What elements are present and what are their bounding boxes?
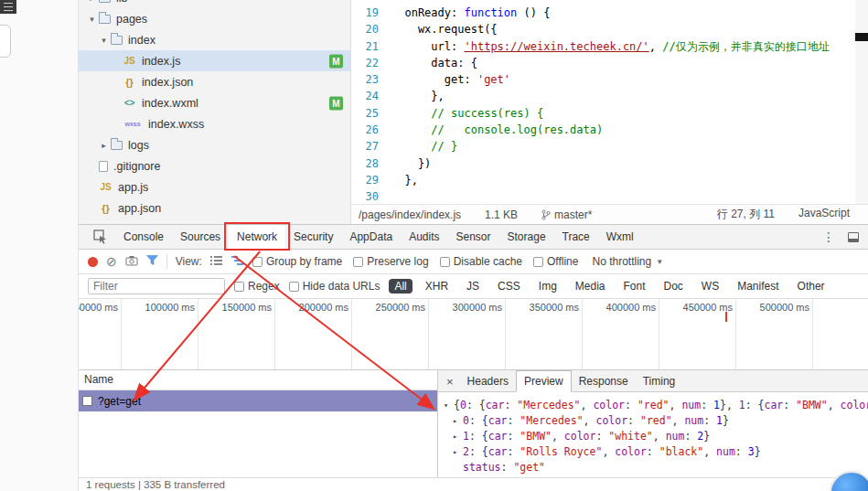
language-mode[interactable]: JavaScript: [798, 207, 850, 222]
detail-tab-headers[interactable]: Headers: [460, 371, 516, 391]
devtools-tab-appdata[interactable]: AppData: [341, 225, 401, 249]
tree-item-index-json[interactable]: {}index.json: [79, 71, 350, 92]
filter-input[interactable]: [88, 278, 225, 294]
record-button[interactable]: [88, 257, 98, 267]
checkbox-offline[interactable]: Offline: [533, 255, 578, 268]
network-overview-timeline[interactable]: 50000 ms100000 ms150000 ms200000 ms25000…: [79, 299, 868, 370]
git-branch[interactable]: master*: [541, 208, 592, 221]
preview-line-1[interactable]: ▸0: {car: "Mercedes", color: "red", num:…: [444, 413, 868, 429]
hide-data-urls-checkbox-box[interactable]: [289, 282, 299, 292]
tree-item-logs[interactable]: ▸logs: [79, 134, 350, 155]
tree-item-gitignore[interactable]: .gitignore: [79, 155, 350, 176]
filter-funnel-icon[interactable]: [146, 255, 158, 268]
code-line-29[interactable]: 29 },: [351, 172, 868, 188]
devtools-tab-storage[interactable]: Storage: [499, 225, 554, 249]
code-line-30[interactable]: 30: [351, 188, 868, 204]
code-token: get:: [391, 73, 477, 86]
type-filter-xhr[interactable]: XHR: [420, 279, 454, 294]
type-filter-doc[interactable]: Doc: [659, 279, 689, 294]
detail-tab-response[interactable]: Response: [572, 371, 636, 391]
checkbox-box[interactable]: [252, 257, 263, 267]
name-column-header[interactable]: Name: [79, 370, 437, 390]
checkbox-box[interactable]: [440, 257, 450, 267]
code-token: onReady:: [391, 6, 464, 19]
type-filter-other[interactable]: Other: [792, 279, 830, 294]
devtools-tab-audits[interactable]: Audits: [401, 225, 447, 249]
inspect-element-icon[interactable]: [93, 229, 108, 244]
code-line-20[interactable]: 20 wx.request({: [351, 21, 868, 37]
expander-icon[interactable]: ▸: [453, 413, 463, 429]
tree-item-index-js[interactable]: JSindex.jsM: [79, 50, 350, 71]
type-filter-manifest[interactable]: Manifest: [732, 279, 784, 294]
code-editor[interactable]: 19 onReady: function () {20 wx.request({…: [351, 0, 868, 224]
checkbox-hide-data-urls[interactable]: Hide data URLs: [289, 280, 380, 293]
throttling-select[interactable]: No throttling ▼: [592, 255, 663, 268]
request-row[interactable]: ?get=get: [79, 390, 437, 411]
tree-item-index-wxss[interactable]: wxssindex.wxss: [79, 113, 350, 134]
tree-item-index[interactable]: ▾index: [79, 29, 350, 50]
devtools-tab-console[interactable]: Console: [115, 225, 172, 249]
close-icon[interactable]: ×: [440, 375, 460, 391]
tree-item-app-js[interactable]: JSapp.js: [79, 176, 350, 197]
detail-tab-timing[interactable]: Timing: [636, 371, 683, 391]
checkbox-box[interactable]: [353, 257, 363, 267]
more-menu-icon[interactable]: ⋮: [822, 229, 835, 244]
code-line-19[interactable]: 19 onReady: function () {: [351, 5, 868, 21]
expander-icon[interactable]: ▸: [453, 444, 463, 460]
devtools-tab-network[interactable]: Network: [229, 225, 285, 249]
expander-open-icon[interactable]: ▾: [86, 15, 98, 24]
code-line-26[interactable]: 26 // console.log(res.data): [351, 122, 868, 138]
expander-open-icon[interactable]: ▾: [98, 36, 110, 45]
expander-icon[interactable]: ▸: [453, 429, 463, 444]
editor-scrollbar[interactable]: [855, 0, 868, 204]
checkbox-disable-cache[interactable]: Disable cache: [440, 255, 522, 268]
code-line-24[interactable]: 24 },: [351, 88, 868, 104]
code-line-25[interactable]: 25 // success(res) {: [351, 105, 868, 122]
tree-item-app-json[interactable]: {}app.json: [79, 197, 350, 219]
code-area[interactable]: 19 onReady: function () {20 wx.request({…: [351, 0, 868, 204]
type-filter-media[interactable]: Media: [570, 279, 611, 294]
checkbox-preserve-log[interactable]: Preserve log: [353, 255, 428, 268]
type-filter-font[interactable]: Font: [618, 279, 651, 294]
preview-line-4[interactable]: status: "get": [444, 460, 868, 475]
code-line-28[interactable]: 28 }): [351, 155, 868, 172]
code-line-23[interactable]: 23 get: 'get': [351, 71, 868, 88]
devtools-tab-sources[interactable]: Sources: [172, 225, 229, 249]
type-filter-all[interactable]: All: [389, 279, 412, 294]
type-filter-img[interactable]: Img: [533, 279, 563, 294]
clear-icon[interactable]: ⊘: [106, 255, 117, 268]
capture-screenshots-icon[interactable]: [125, 255, 138, 269]
expander-closed-icon[interactable]: ▸: [86, 0, 98, 3]
code-line-27[interactable]: 27 // }: [351, 138, 868, 155]
devtools-tab-wxml[interactable]: Wxml: [598, 225, 642, 249]
list-view-icon[interactable]: [210, 255, 223, 269]
line-number: 23: [351, 71, 379, 88]
devtools-tab-sensor[interactable]: Sensor: [448, 225, 499, 249]
tree-item-pages[interactable]: ▾pages: [79, 8, 350, 29]
type-filter-js[interactable]: JS: [461, 279, 485, 294]
preview-line-3[interactable]: ▸2: {car: "Rolls Royce", color: "black",…: [444, 444, 868, 460]
waterfall-view-icon[interactable]: [231, 255, 244, 269]
detail-tab-preview[interactable]: Preview: [516, 370, 572, 392]
cursor-position[interactable]: 行 27, 列 11: [717, 207, 775, 222]
expander-icon[interactable]: ▾: [444, 398, 454, 413]
checkbox-regex[interactable]: Regex: [234, 280, 280, 293]
devtools-tab-security[interactable]: Security: [285, 225, 341, 249]
checkbox-box[interactable]: [533, 257, 543, 267]
request-checkbox[interactable]: [82, 396, 92, 406]
dock-panel-icon[interactable]: [848, 232, 859, 242]
code-line-21[interactable]: 21 url: 'https://weixin.techeek.cn/', //…: [351, 38, 868, 55]
regex-checkbox-box[interactable]: [234, 282, 244, 292]
side-toolbar-button[interactable]: [0, 25, 11, 58]
preview-line-0[interactable]: ▾{0: {car: "Mercedes", color: "red", num…: [444, 398, 868, 413]
tree-item-lib[interactable]: ▸lib: [79, 0, 350, 8]
preview-line-2[interactable]: ▸1: {car: "BMW", color: "white", num: 2}: [444, 429, 868, 444]
checkbox-group-by-frame[interactable]: Group by frame: [252, 255, 342, 268]
expander-closed-icon[interactable]: ▸: [98, 141, 110, 150]
code-line-22[interactable]: 22 data: {: [351, 55, 868, 71]
type-filter-ws[interactable]: WS: [696, 279, 724, 294]
devtools-tab-trace[interactable]: Trace: [554, 225, 598, 249]
type-filter-css[interactable]: CSS: [492, 279, 526, 294]
tree-item-index-wxml[interactable]: <>index.wxmlM: [79, 92, 350, 113]
scrollbar-thumb[interactable]: [855, 33, 868, 41]
